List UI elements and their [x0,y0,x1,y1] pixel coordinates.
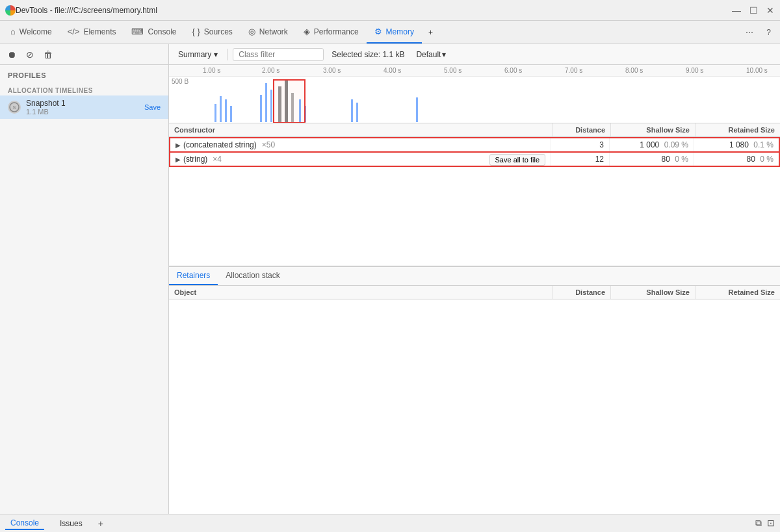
dock-icon[interactable]: ⧉ [755,518,762,529]
snapshot-icon: S [8,101,21,114]
statusbar-add-button[interactable]: + [98,518,103,529]
close-button[interactable]: ✕ [766,6,775,15]
bar-12 [416,97,418,122]
tab-retainers[interactable]: Retainers [169,267,218,285]
sidebar-toolbar: ⏺ ⊘ 🗑 [0,44,168,65]
summary-arrow-icon: ▾ [214,50,218,59]
minimize-button[interactable]: — [732,6,741,15]
tab-allocation-stack[interactable]: Allocation stack [218,267,287,285]
default-dropdown[interactable]: Default ▾ [412,49,450,60]
marker-6s: 6.00 s [504,67,522,74]
statusbar-console-tab[interactable]: Console [5,517,44,530]
table-row[interactable]: ▶ (concatenated string) ×50 3 1 000 0.09… [169,137,780,153]
marker-4s: 4.00 s [384,67,401,74]
bar-4 [230,106,232,122]
snapshot-name: Snapshot 1 [26,99,139,108]
statusbar-issues-tab[interactable]: Issues [55,518,88,529]
cell-constructor-1: ▶ (string) ×4 Save all to file [170,153,551,166]
more-tabs-button[interactable]: ⋯ [739,21,760,44]
toolbar-separator [227,49,228,60]
header-shallow: Shallow Size [611,123,696,136]
tab-performance-label: Performance [314,27,359,36]
undock-icon[interactable]: ⊡ [767,518,775,529]
tab-elements-label: Elements [83,27,116,36]
sources-icon: { } [192,27,200,36]
marker-8s: 8.00 s [625,67,643,74]
snapshot-size: 1.1 MB [26,108,139,116]
clear-button[interactable]: 🗑 [42,48,55,61]
bottom-tabs: Retainers Allocation stack [169,267,780,286]
header-retained: Retained Size [696,123,780,136]
bottom-table-header: Object Distance Shallow Size Retained Si… [169,286,780,299]
summary-label: Summary [178,50,211,59]
devtools-icon [5,5,16,16]
performance-icon: ◈ [304,27,310,36]
retained-value-1: 80 [747,155,755,164]
expand-arrow-0[interactable]: ▶ [176,142,181,149]
summary-dropdown[interactable]: Summary ▾ [174,49,222,60]
titlebar: DevTools - file:///C:/screens/memory.htm… [0,0,780,21]
snapshot-info: Snapshot 1 1.1 MB [26,99,139,116]
retained-value-0: 1 080 [729,140,749,149]
content-toolbar: Summary ▾ Selected size: 1.1 kB Default … [169,44,780,65]
bar-7 [270,90,272,122]
bottom-panel: Retainers Allocation stack Object Distan… [169,266,780,514]
default-arrow-icon: ▾ [442,50,446,59]
timeline-bars: 500 B [169,77,780,123]
header-constructor: Constructor [169,123,552,136]
split-layout: Constructor Distance Shallow Size Retain… [169,123,780,514]
svg-text:S: S [12,105,16,110]
retained-pct-0: 0.1 % [753,140,774,149]
selected-size-label: Selected size: 1.1 kB [332,50,404,59]
marker-2s: 2.00 s [262,67,280,74]
welcome-icon: ⌂ [10,27,16,36]
help-button[interactable]: ? [760,21,777,44]
maximize-button[interactable]: ☐ [749,6,758,15]
tab-network[interactable]: ◎ Network [240,21,296,44]
tab-sources-label: Sources [204,27,233,36]
bar-1 [214,104,216,122]
tab-network-label: Network [259,27,288,36]
tab-memory[interactable]: ⚙ Memory [367,21,422,44]
bottom-header-shallow: Shallow Size [611,286,696,299]
tab-performance[interactable]: ◈ Performance [296,21,367,44]
cell-retained-1: 80 0 % [694,153,779,166]
bar-6 [265,83,267,122]
selection-box [273,79,306,123]
bar-11 [356,103,358,122]
add-tab-button[interactable]: + [422,21,439,44]
cell-shallow-0: 1 000 0.09 % [610,138,694,151]
bar-2 [220,96,222,122]
window-controls: — ☐ ✕ [732,6,775,15]
marker-7s: 7.00 s [565,67,582,74]
record-button[interactable]: ⏺ [5,48,18,61]
main-layout: ⏺ ⊘ 🗑 Profiles ALLOCATION TIMELINES S Sn… [0,44,780,514]
header-distance: Distance [552,123,611,136]
table-header: Constructor Distance Shallow Size Retain… [169,123,780,137]
tab-welcome[interactable]: ⌂ Welcome [3,21,60,44]
tab-sources[interactable]: { } Sources [185,21,240,44]
bar-5 [260,95,262,122]
stop-button[interactable]: ⊘ [23,48,36,61]
expand-arrow-1[interactable]: ▶ [176,156,181,163]
title-text: DevTools - file:///C:/screens/memory.htm… [16,6,732,15]
save-all-button[interactable]: Save all to file [489,154,545,166]
console-icon: ⌨ [131,27,144,36]
tab-memory-label: Memory [386,27,414,36]
timeline-area[interactable]: 1.00 s 2.00 s 3.00 s 4.00 s 5.00 s 6.00 … [169,65,780,123]
shallow-pct-1: 0 % [675,155,688,164]
default-label: Default [416,50,441,59]
tab-elements[interactable]: </> Elements [60,21,124,44]
memory-icon: ⚙ [374,27,382,36]
tab-console[interactable]: ⌨ Console [124,21,184,44]
table-row[interactable]: ▶ (string) ×4 Save all to file 12 80 0 %… [169,153,780,167]
bottom-header-retained: Retained Size [696,286,780,299]
constructor-name-1: (string) [183,155,207,164]
snapshot-save-button[interactable]: Save [144,103,161,111]
bottom-header-distance: Distance [552,286,611,299]
class-filter-input[interactable] [233,48,324,61]
y-axis-label: 500 B [172,78,188,85]
multiplier-1: ×4 [213,155,222,164]
sidebar-item-snapshot[interactable]: S Snapshot 1 1.1 MB Save [0,95,168,119]
elements-icon: </> [68,27,80,36]
